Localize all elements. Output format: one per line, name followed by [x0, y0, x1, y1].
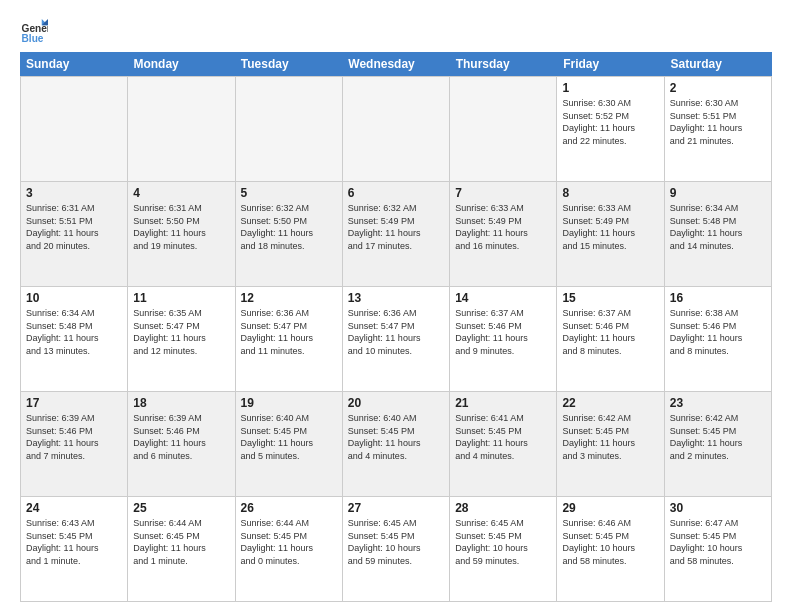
calendar-cell: 13Sunrise: 6:36 AM Sunset: 5:47 PM Dayli…	[343, 287, 450, 391]
calendar-body: 1Sunrise: 6:30 AM Sunset: 5:52 PM Daylig…	[20, 76, 772, 602]
day-number: 27	[348, 501, 444, 515]
weekday-header-tuesday: Tuesday	[235, 52, 342, 76]
day-info: Sunrise: 6:37 AM Sunset: 5:46 PM Dayligh…	[562, 307, 658, 357]
day-number: 22	[562, 396, 658, 410]
day-info: Sunrise: 6:36 AM Sunset: 5:47 PM Dayligh…	[241, 307, 337, 357]
calendar-header: SundayMondayTuesdayWednesdayThursdayFrid…	[20, 52, 772, 76]
calendar-cell	[343, 77, 450, 181]
day-info: Sunrise: 6:35 AM Sunset: 5:47 PM Dayligh…	[133, 307, 229, 357]
day-info: Sunrise: 6:37 AM Sunset: 5:46 PM Dayligh…	[455, 307, 551, 357]
day-number: 5	[241, 186, 337, 200]
day-info: Sunrise: 6:31 AM Sunset: 5:50 PM Dayligh…	[133, 202, 229, 252]
weekday-header-monday: Monday	[127, 52, 234, 76]
day-info: Sunrise: 6:36 AM Sunset: 5:47 PM Dayligh…	[348, 307, 444, 357]
calendar-cell: 25Sunrise: 6:44 AM Sunset: 6:45 PM Dayli…	[128, 497, 235, 601]
day-info: Sunrise: 6:41 AM Sunset: 5:45 PM Dayligh…	[455, 412, 551, 462]
day-number: 3	[26, 186, 122, 200]
day-info: Sunrise: 6:30 AM Sunset: 5:52 PM Dayligh…	[562, 97, 658, 147]
day-info: Sunrise: 6:31 AM Sunset: 5:51 PM Dayligh…	[26, 202, 122, 252]
calendar-cell: 8Sunrise: 6:33 AM Sunset: 5:49 PM Daylig…	[557, 182, 664, 286]
calendar-cell: 2Sunrise: 6:30 AM Sunset: 5:51 PM Daylig…	[665, 77, 772, 181]
day-number: 21	[455, 396, 551, 410]
day-info: Sunrise: 6:40 AM Sunset: 5:45 PM Dayligh…	[348, 412, 444, 462]
day-info: Sunrise: 6:34 AM Sunset: 5:48 PM Dayligh…	[670, 202, 766, 252]
calendar-week-4: 17Sunrise: 6:39 AM Sunset: 5:46 PM Dayli…	[20, 391, 772, 496]
calendar-week-3: 10Sunrise: 6:34 AM Sunset: 5:48 PM Dayli…	[20, 286, 772, 391]
svg-text:Blue: Blue	[22, 33, 44, 44]
calendar-cell: 15Sunrise: 6:37 AM Sunset: 5:46 PM Dayli…	[557, 287, 664, 391]
day-number: 18	[133, 396, 229, 410]
calendar-cell: 14Sunrise: 6:37 AM Sunset: 5:46 PM Dayli…	[450, 287, 557, 391]
day-number: 24	[26, 501, 122, 515]
calendar-cell: 23Sunrise: 6:42 AM Sunset: 5:45 PM Dayli…	[665, 392, 772, 496]
calendar-cell: 7Sunrise: 6:33 AM Sunset: 5:49 PM Daylig…	[450, 182, 557, 286]
day-info: Sunrise: 6:30 AM Sunset: 5:51 PM Dayligh…	[670, 97, 766, 147]
day-number: 6	[348, 186, 444, 200]
calendar-cell: 1Sunrise: 6:30 AM Sunset: 5:52 PM Daylig…	[557, 77, 664, 181]
day-number: 23	[670, 396, 766, 410]
day-info: Sunrise: 6:40 AM Sunset: 5:45 PM Dayligh…	[241, 412, 337, 462]
calendar-cell: 21Sunrise: 6:41 AM Sunset: 5:45 PM Dayli…	[450, 392, 557, 496]
day-number: 10	[26, 291, 122, 305]
day-number: 4	[133, 186, 229, 200]
day-info: Sunrise: 6:39 AM Sunset: 5:46 PM Dayligh…	[133, 412, 229, 462]
day-number: 13	[348, 291, 444, 305]
day-number: 29	[562, 501, 658, 515]
calendar-week-1: 1Sunrise: 6:30 AM Sunset: 5:52 PM Daylig…	[20, 76, 772, 181]
day-number: 20	[348, 396, 444, 410]
calendar-cell: 22Sunrise: 6:42 AM Sunset: 5:45 PM Dayli…	[557, 392, 664, 496]
calendar-cell: 12Sunrise: 6:36 AM Sunset: 5:47 PM Dayli…	[236, 287, 343, 391]
day-number: 8	[562, 186, 658, 200]
calendar-cell: 4Sunrise: 6:31 AM Sunset: 5:50 PM Daylig…	[128, 182, 235, 286]
day-number: 30	[670, 501, 766, 515]
day-number: 11	[133, 291, 229, 305]
calendar-cell: 20Sunrise: 6:40 AM Sunset: 5:45 PM Dayli…	[343, 392, 450, 496]
day-number: 9	[670, 186, 766, 200]
calendar-cell: 18Sunrise: 6:39 AM Sunset: 5:46 PM Dayli…	[128, 392, 235, 496]
calendar-cell: 10Sunrise: 6:34 AM Sunset: 5:48 PM Dayli…	[21, 287, 128, 391]
calendar-cell: 9Sunrise: 6:34 AM Sunset: 5:48 PM Daylig…	[665, 182, 772, 286]
day-info: Sunrise: 6:43 AM Sunset: 5:45 PM Dayligh…	[26, 517, 122, 567]
day-info: Sunrise: 6:39 AM Sunset: 5:46 PM Dayligh…	[26, 412, 122, 462]
weekday-header-saturday: Saturday	[665, 52, 772, 76]
calendar-cell: 27Sunrise: 6:45 AM Sunset: 5:45 PM Dayli…	[343, 497, 450, 601]
day-info: Sunrise: 6:32 AM Sunset: 5:49 PM Dayligh…	[348, 202, 444, 252]
day-info: Sunrise: 6:42 AM Sunset: 5:45 PM Dayligh…	[670, 412, 766, 462]
calendar-cell: 6Sunrise: 6:32 AM Sunset: 5:49 PM Daylig…	[343, 182, 450, 286]
calendar: SundayMondayTuesdayWednesdayThursdayFrid…	[20, 52, 772, 602]
day-number: 12	[241, 291, 337, 305]
calendar-cell: 24Sunrise: 6:43 AM Sunset: 5:45 PM Dayli…	[21, 497, 128, 601]
calendar-cell	[21, 77, 128, 181]
day-number: 25	[133, 501, 229, 515]
calendar-cell	[236, 77, 343, 181]
day-number: 15	[562, 291, 658, 305]
day-number: 19	[241, 396, 337, 410]
logo: General Blue	[20, 16, 54, 44]
weekday-header-friday: Friday	[557, 52, 664, 76]
day-number: 26	[241, 501, 337, 515]
day-info: Sunrise: 6:46 AM Sunset: 5:45 PM Dayligh…	[562, 517, 658, 567]
calendar-cell: 17Sunrise: 6:39 AM Sunset: 5:46 PM Dayli…	[21, 392, 128, 496]
day-info: Sunrise: 6:34 AM Sunset: 5:48 PM Dayligh…	[26, 307, 122, 357]
day-info: Sunrise: 6:33 AM Sunset: 5:49 PM Dayligh…	[562, 202, 658, 252]
weekday-header-thursday: Thursday	[450, 52, 557, 76]
calendar-week-5: 24Sunrise: 6:43 AM Sunset: 5:45 PM Dayli…	[20, 496, 772, 602]
calendar-cell: 19Sunrise: 6:40 AM Sunset: 5:45 PM Dayli…	[236, 392, 343, 496]
weekday-header-sunday: Sunday	[20, 52, 127, 76]
calendar-cell: 28Sunrise: 6:45 AM Sunset: 5:45 PM Dayli…	[450, 497, 557, 601]
logo-icon: General Blue	[20, 16, 48, 44]
calendar-cell: 16Sunrise: 6:38 AM Sunset: 5:46 PM Dayli…	[665, 287, 772, 391]
calendar-week-2: 3Sunrise: 6:31 AM Sunset: 5:51 PM Daylig…	[20, 181, 772, 286]
calendar-cell: 30Sunrise: 6:47 AM Sunset: 5:45 PM Dayli…	[665, 497, 772, 601]
day-info: Sunrise: 6:45 AM Sunset: 5:45 PM Dayligh…	[348, 517, 444, 567]
calendar-cell: 3Sunrise: 6:31 AM Sunset: 5:51 PM Daylig…	[21, 182, 128, 286]
day-number: 1	[562, 81, 658, 95]
day-info: Sunrise: 6:42 AM Sunset: 5:45 PM Dayligh…	[562, 412, 658, 462]
calendar-cell: 29Sunrise: 6:46 AM Sunset: 5:45 PM Dayli…	[557, 497, 664, 601]
calendar-cell: 5Sunrise: 6:32 AM Sunset: 5:50 PM Daylig…	[236, 182, 343, 286]
day-number: 2	[670, 81, 766, 95]
day-info: Sunrise: 6:44 AM Sunset: 5:45 PM Dayligh…	[241, 517, 337, 567]
day-info: Sunrise: 6:44 AM Sunset: 6:45 PM Dayligh…	[133, 517, 229, 567]
calendar-cell	[450, 77, 557, 181]
calendar-cell	[128, 77, 235, 181]
